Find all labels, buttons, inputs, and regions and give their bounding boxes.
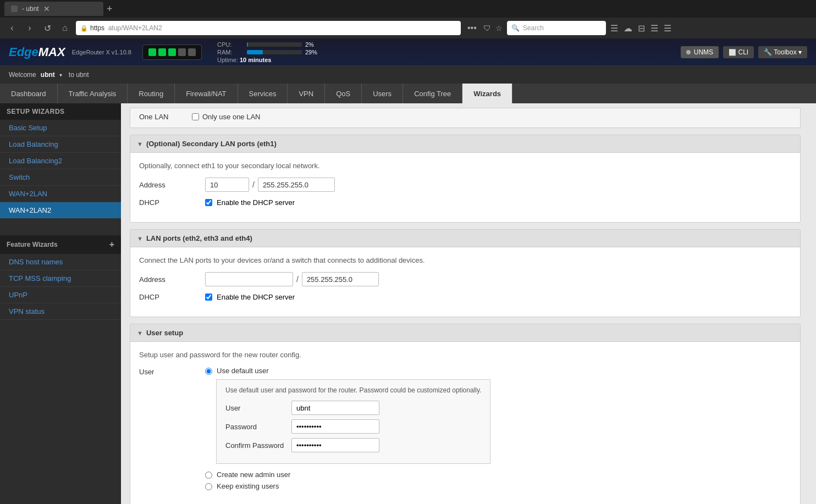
hamburger-icon[interactable]: ☰ xyxy=(664,23,671,34)
lan-ports-address-row: Address / xyxy=(139,272,791,286)
uptime-label: Uptime: xyxy=(217,57,238,63)
default-user-desc: Use default user and password for the ro… xyxy=(225,386,481,394)
lan-ports-subnet-input[interactable] xyxy=(302,272,379,286)
secondary-lan-slash: / xyxy=(252,180,255,189)
unms-button[interactable]: UNMS xyxy=(681,46,719,58)
cli-label: CLI xyxy=(738,48,748,56)
cloud-icon[interactable]: ☁ xyxy=(624,23,632,34)
back-button[interactable]: ‹ xyxy=(5,23,19,33)
sidebar-item-lb2[interactable]: Load Balancing2 xyxy=(0,153,121,169)
address-bar[interactable]: 🔒 https atup/WAN+2LAN2 xyxy=(76,21,461,35)
reload-button[interactable]: ↺ xyxy=(41,23,54,34)
new-admin-radio[interactable] xyxy=(205,472,212,479)
lan-ports-address-input[interactable] xyxy=(205,272,293,286)
tab-routing[interactable]: Routing xyxy=(128,84,175,103)
sidebar-item-dns[interactable]: DNS host names xyxy=(0,254,121,270)
sidebar-item-switch[interactable]: Switch xyxy=(0,169,121,186)
password-input[interactable] xyxy=(291,419,379,434)
tab-firewall[interactable]: Firewall/NAT xyxy=(175,84,238,103)
sidebar-item-tcp[interactable]: TCP MSS clamping xyxy=(0,270,121,287)
secondary-lan-dhcp-checkbox[interactable] xyxy=(205,199,212,206)
search-bar[interactable]: 🔍 Search xyxy=(507,21,606,35)
search-icon: 🔍 xyxy=(511,24,520,32)
tab-title: - ubnt xyxy=(22,5,39,13)
secondary-lan-address-input[interactable] xyxy=(205,178,249,192)
default-user-radio[interactable] xyxy=(205,368,212,375)
unms-label: UNMS xyxy=(694,48,713,56)
search-placeholder: Search xyxy=(523,24,544,32)
secondary-lan-panel: ▼ (Optional) Secondary LAN ports (eth1) … xyxy=(130,135,801,223)
uptime-value: 10 minutes xyxy=(240,57,271,63)
confirm-password-input[interactable] xyxy=(291,438,379,452)
keep-users-radio[interactable] xyxy=(205,483,212,490)
user-dropdown-arrow[interactable]: ▾ xyxy=(59,72,62,78)
library-icon[interactable]: ☰ xyxy=(610,23,618,34)
default-user-radio-row: Use default user xyxy=(205,367,490,375)
one-lan-checkbox-label: Only use one LAN xyxy=(202,113,261,121)
browser-tab-active[interactable]: - ubnt ✕ xyxy=(4,2,103,16)
notification-icon[interactable]: ☰ xyxy=(650,23,658,34)
user-setup-desc: Setup user and password for the new rout… xyxy=(139,351,791,359)
sidebar-item-wan2lan2[interactable]: WAN+2LAN2 xyxy=(0,202,121,219)
uptime-stat: Uptime: 10 minutes xyxy=(217,57,322,63)
sidebar-icon[interactable]: ⊟ xyxy=(638,23,645,34)
user-setup-collapse-icon: ▼ xyxy=(137,330,143,336)
sidebar-item-lb[interactable]: Load Balancing xyxy=(0,136,121,153)
user-setup-header[interactable]: ▼ User setup xyxy=(130,324,800,342)
username[interactable]: ubnt xyxy=(41,71,55,79)
tab-vpn[interactable]: VPN xyxy=(288,84,325,103)
browser-menu-button[interactable]: ••• xyxy=(467,23,477,33)
add-tab-button[interactable]: + xyxy=(107,3,113,15)
lan-ports-address-label: Address xyxy=(139,275,205,284)
user-field-row: User xyxy=(225,401,481,415)
lan-ports-header[interactable]: ▼ LAN ports (eth2, eth3 and eth4) xyxy=(130,230,800,247)
lock-icon: 🔒 xyxy=(80,25,88,32)
forward-button[interactable]: › xyxy=(23,23,36,33)
secondary-lan-header[interactable]: ▼ (Optional) Secondary LAN ports (eth1) xyxy=(130,135,800,153)
new-admin-label: Create new admin user xyxy=(217,470,290,479)
feature-wizards-header: Feature Wizards + xyxy=(0,235,121,254)
ram-value: 29% xyxy=(305,49,322,56)
logo: EdgeMAX xyxy=(9,45,65,59)
password-label: Password xyxy=(225,423,291,431)
ram-bar xyxy=(247,50,263,54)
sidebar-item-vpn[interactable]: VPN status xyxy=(0,303,121,320)
one-lan-checkbox[interactable] xyxy=(192,113,199,120)
one-lan-row: One LAN Only use one LAN xyxy=(130,108,801,128)
logo-area: EdgeMAX EdgeRouter X v1.10.8 xyxy=(9,45,131,59)
lan-ports-panel: ▼ LAN ports (eth2, eth3 and eth4) Connec… xyxy=(130,229,801,317)
nav-tabs: Dashboard Traffic Analysis Routing Firew… xyxy=(0,84,816,103)
home-button[interactable]: ⌂ xyxy=(58,23,71,33)
user-setup-user-row: User Use default user Use default user a… xyxy=(139,367,791,494)
tab-dashboard[interactable]: Dashboard xyxy=(0,84,58,103)
sidebar-item-wan2lan[interactable]: WAN+2LAN xyxy=(0,186,121,202)
sidebar-item-basic[interactable]: Basic Setup xyxy=(0,120,121,136)
tab-traffic-analysis[interactable]: Traffic Analysis xyxy=(58,84,128,103)
port-dot-1 xyxy=(148,48,156,56)
port-indicators xyxy=(142,45,202,60)
feature-wizards-add-button[interactable]: + xyxy=(109,240,114,250)
sidebar-item-upnp[interactable]: UPnP xyxy=(0,287,121,303)
secondary-lan-address-label: Address xyxy=(139,181,205,189)
user-field-input[interactable] xyxy=(291,401,379,415)
secondary-lan-subnet-input[interactable] xyxy=(258,178,335,192)
lan-ports-dhcp-row: DHCP Enable the DHCP server xyxy=(139,293,791,301)
tab-close-button[interactable]: ✕ xyxy=(43,4,50,13)
tab-config-tree[interactable]: Config Tree xyxy=(403,84,462,103)
tab-users[interactable]: Users xyxy=(362,84,403,103)
tab-services[interactable]: Services xyxy=(238,84,288,103)
tab-qos[interactable]: QoS xyxy=(325,84,362,103)
toolbox-button[interactable]: 🔧 Toolbox ▾ xyxy=(758,46,807,58)
content-area: One LAN Only use one LAN ▼ (Optional) Se… xyxy=(121,103,816,504)
header-right: UNMS ⬜ CLI 🔧 Toolbox ▾ xyxy=(681,46,807,58)
tab-wizards[interactable]: Wizards xyxy=(462,84,512,103)
lan-ports-dhcp-checkbox[interactable] xyxy=(205,293,212,301)
top-bars: Welcome ubnt ▾ to ubnt Dashboard Traffic… xyxy=(0,66,816,103)
secondary-lan-address-row: Address / xyxy=(139,178,791,192)
bookmark-icon: 🛡 xyxy=(483,24,491,32)
browser-toolbar: ‹ › ↺ ⌂ 🔒 https atup/WAN+2LAN2 ••• 🛡 ☆ 🔍… xyxy=(0,18,816,38)
star-icon[interactable]: ☆ xyxy=(495,24,503,32)
cli-button[interactable]: ⬜ CLI xyxy=(723,46,754,58)
tab-favicon xyxy=(11,5,18,12)
lan-ports-collapse-icon: ▼ xyxy=(137,235,143,242)
